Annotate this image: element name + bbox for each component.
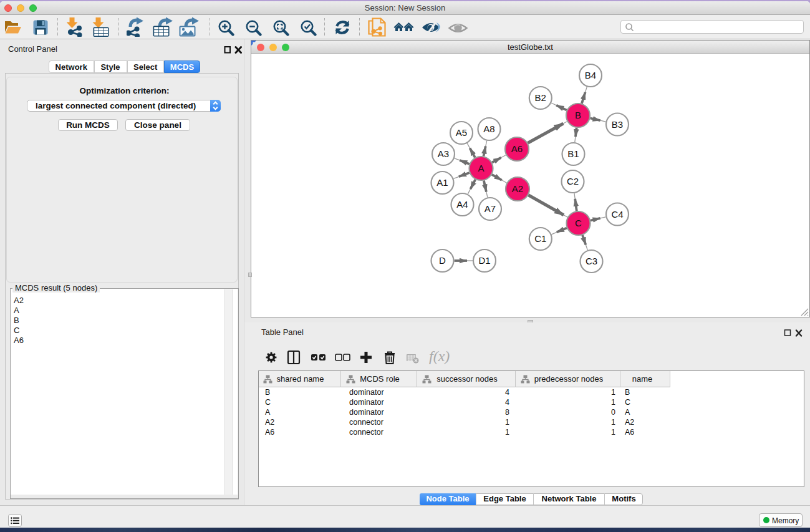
svg-text:A1: A1 <box>436 177 448 188</box>
svg-text:A3: A3 <box>438 148 449 159</box>
svg-text:A8: A8 <box>483 123 494 134</box>
svg-text:A4: A4 <box>456 199 468 210</box>
svg-text:A: A <box>478 163 484 173</box>
svg-text:C1: C1 <box>534 233 546 244</box>
svg-text:B2: B2 <box>535 92 546 103</box>
svg-text:B: B <box>575 110 581 120</box>
svg-text:C: C <box>575 218 582 228</box>
svg-text:A6: A6 <box>511 143 523 154</box>
svg-text:D1: D1 <box>478 255 490 266</box>
svg-text:A2: A2 <box>512 183 523 194</box>
svg-text:C4: C4 <box>611 209 623 220</box>
svg-text:C3: C3 <box>586 256 597 266</box>
svg-text:D: D <box>439 255 446 266</box>
svg-text:A5: A5 <box>456 127 467 138</box>
svg-text:B1: B1 <box>567 148 579 159</box>
svg-text:C2: C2 <box>567 176 579 186</box>
svg-text:A7: A7 <box>485 203 496 214</box>
svg-text:B4: B4 <box>585 70 596 80</box>
svg-text:B3: B3 <box>612 119 623 130</box>
